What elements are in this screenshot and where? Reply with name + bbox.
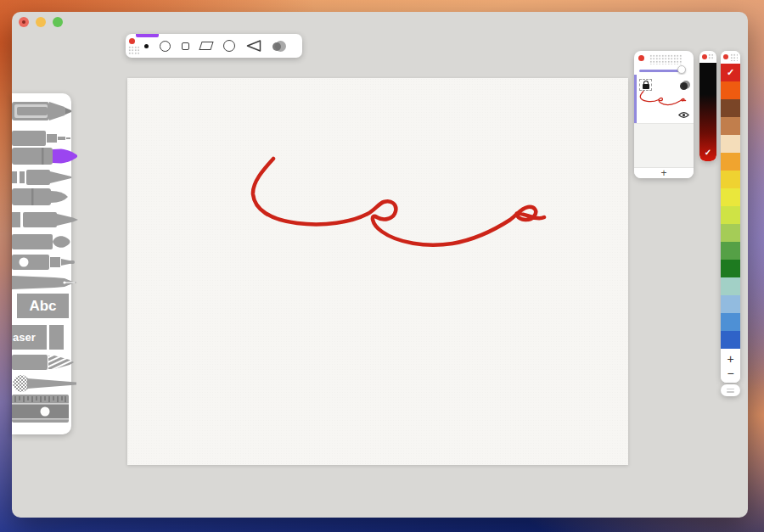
circle-shape-tool[interactable] [160,41,171,52]
eraser-tool[interactable]: aser [12,325,64,350]
fountain-pen-tool[interactable] [12,275,71,290]
text-tool-label: Abc [29,298,56,315]
palette-swatch[interactable] [721,135,740,153]
technical-pen-tool[interactable] [12,131,71,146]
zoom-button[interactable] [53,17,63,27]
palette-zoom-controls: + − [721,349,740,383]
palette-close-dot[interactable] [723,54,728,59]
gradient-selected-check-icon: ✓ [699,148,716,157]
toolbar-close-dot[interactable] [129,38,135,44]
toolbar-accent-tab [136,34,159,37]
fine-pen-tool[interactable] [12,170,71,185]
palette-swatch[interactable] [721,99,740,117]
layer-row-1[interactable] [634,75,694,123]
pencil-tool[interactable] [12,100,71,122]
parallelogram-shape-tool[interactable] [200,42,212,50]
layers-drag-handle-icon[interactable] [649,54,682,64]
round-brush-tool[interactable] [12,234,71,249]
palette-swatch[interactable]: ✓ [721,64,740,81]
layer-selected-bar [634,75,637,123]
airbrush-tool[interactable] [12,375,71,392]
palette-swatches: ✓ [721,64,740,349]
gradient-close-dot[interactable] [702,54,707,59]
grip-line [727,391,734,393]
gradient-picker-panel: ✓ [699,51,716,161]
palette-swatch[interactable] [721,313,740,331]
layer-visibility-eye-icon[interactable] [678,111,689,119]
close-button[interactable] [19,17,29,27]
palette-swatch[interactable] [721,295,740,313]
palette-swatch[interactable] [721,206,740,224]
flat-brush-tool[interactable] [12,212,71,227]
drawing-canvas[interactable] [127,78,628,465]
text-tool[interactable]: Abc [17,294,69,318]
ellipse-shape-tool[interactable] [223,40,235,52]
dot-shape-tool[interactable] [144,44,149,48]
bullet-marker-tool[interactable] [12,188,71,205]
eraser-tip [49,325,64,350]
smudge-tool-icon[interactable] [272,40,286,53]
canvas-drawing [127,78,628,465]
palette-header [721,51,740,64]
palette-swatch[interactable] [721,224,740,242]
palette-swatch[interactable] [721,171,740,188]
palette-swatch[interactable] [721,188,740,206]
square-shape-tool[interactable] [182,42,189,50]
minimize-button[interactable] [36,17,46,27]
zoom-out-button[interactable]: − [727,367,733,379]
layer-row-2-empty[interactable] [634,123,694,167]
ring-pen-tool[interactable] [12,255,71,270]
layer-opacity-knob[interactable] [677,65,686,74]
palette-swatch[interactable] [721,153,740,171]
toolbar-drag-handle-icon[interactable] [128,46,139,55]
gradient-drag-handle-icon[interactable] [708,53,715,60]
palette-swatch[interactable] [721,117,740,135]
pen-sidebar: Abc aser [12,93,71,434]
ruler-tool[interactable] [12,394,71,424]
red-ink-stroke [253,159,544,245]
traffic-lights [19,17,63,27]
palette-swatch[interactable] [721,331,740,349]
gradient-shade-strip[interactable]: ✓ [699,63,716,161]
hatched-marker-tool[interactable] [12,355,71,370]
add-layer-button[interactable]: + [634,167,694,178]
layers-close-dot[interactable] [638,55,644,61]
eraser-label: aser [13,331,36,344]
palette-swatch[interactable] [721,260,740,277]
grip-line [727,389,734,390]
palette-swatch[interactable] [721,81,740,99]
layers-panel: + [634,51,694,178]
triangle-shape-tool[interactable] [246,40,261,52]
selected-color-check-icon: ✓ [721,64,740,81]
palette-swatch[interactable] [721,277,740,295]
chisel-marker-tool[interactable] [12,148,78,165]
palette-drag-handle-icon[interactable] [730,53,738,61]
app-window: Abc aser [12,12,748,518]
palette-bottom-grip[interactable] [721,384,740,396]
zoom-in-button[interactable]: + [727,353,733,365]
layer-blend-icon[interactable] [680,81,690,91]
selected-marker-purple-tip [53,149,77,164]
shape-toolbar [126,34,302,58]
desktop: Abc aser [0,0,764,532]
palette-swatch[interactable] [721,242,740,260]
